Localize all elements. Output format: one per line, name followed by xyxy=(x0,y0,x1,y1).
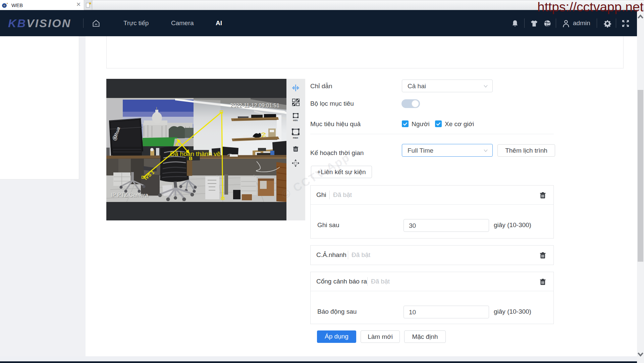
svg-text:IP PTZ Camera: IP PTZ Camera xyxy=(111,192,148,198)
svg-text:min: min xyxy=(293,119,298,122)
svg-text:A: A xyxy=(175,141,179,147)
svg-text:Đã hoàn thành vẽ: Đã hoàn thành vẽ xyxy=(170,150,220,157)
svg-text:2022-11-12 09:01:51: 2022-11-12 09:01:51 xyxy=(230,103,279,108)
svg-text:max: max xyxy=(293,136,299,139)
